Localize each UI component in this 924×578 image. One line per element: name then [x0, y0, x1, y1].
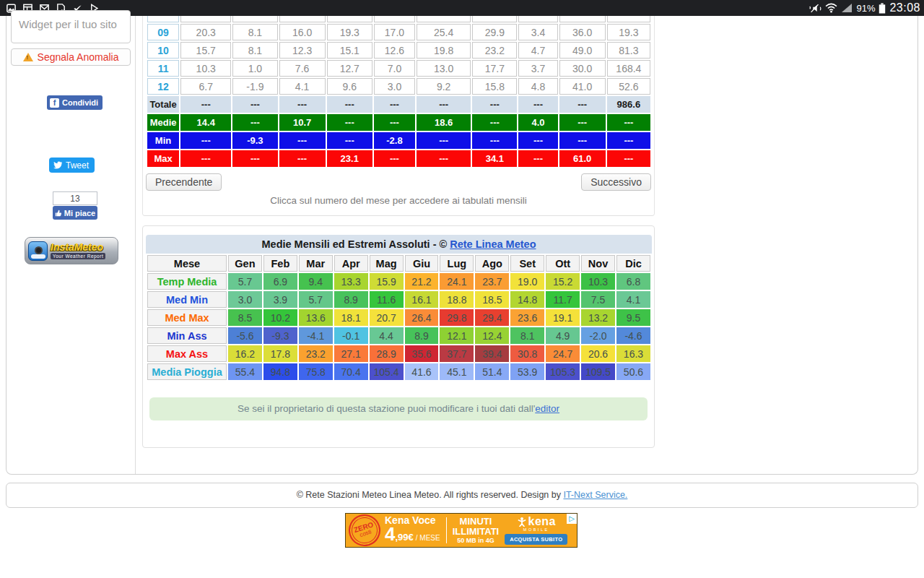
instameteo-badge[interactable]: InstaMeteo Your Weather Report	[25, 237, 118, 264]
facebook-share-button[interactable]: f Condividi	[47, 95, 103, 110]
stat-value-cell: 75.8	[299, 363, 333, 380]
ad-banner[interactable]: ZERO costi Kena Voce 4,99€/ MESE MINUTI …	[345, 513, 578, 548]
summary-cell: ---	[518, 96, 557, 113]
editor-link[interactable]: editor	[535, 403, 559, 414]
rete-linea-meteo-link[interactable]: Rete Linea Meteo	[450, 238, 536, 250]
stat-value-cell: 94.8	[263, 363, 297, 380]
stat-value-cell: 15.9	[370, 273, 404, 290]
adchoices-icon[interactable]: ▷	[567, 514, 577, 524]
stat-value-cell: 14.8	[510, 291, 544, 308]
summary-cell: ---	[417, 96, 471, 113]
summary-cell: 10.7	[279, 114, 326, 131]
stat-value-cell: 18.5	[475, 291, 509, 308]
data-cell: 17.0	[374, 24, 415, 40]
cutoff-cell	[327, 16, 372, 22]
summary-row-label: Max	[147, 150, 179, 167]
stat-value-cell: 3.9	[263, 291, 297, 308]
data-cell: 19.8	[417, 42, 471, 59]
stat-value-cell: 11.7	[546, 291, 580, 308]
stat-value-cell: 9.5	[616, 309, 650, 326]
summary-cell: ---	[518, 132, 557, 149]
monthly-data-panel: 0920.38.116.019.317.025.429.93.436.019.3…	[142, 16, 655, 216]
stat-row-label: Med Max	[147, 309, 227, 326]
summary-row: Min----9.3-------2.8---------------	[147, 132, 650, 149]
stat-value-cell: -0.1	[334, 327, 368, 344]
stat-value-cell: 109.5	[581, 363, 615, 380]
data-cell: 168.4	[607, 60, 650, 77]
cutoff-cell	[374, 16, 415, 22]
ad-divider	[446, 517, 447, 543]
stat-value-cell: 37.7	[440, 345, 474, 362]
report-anomaly-button[interactable]: Segnala Anomalia	[11, 48, 131, 66]
cutoff-cell	[472, 16, 517, 22]
next-button[interactable]: Successivo	[581, 173, 651, 191]
stat-row: Media Pioggia55.494.875.870.4105.441.645…	[147, 363, 650, 380]
data-cell: 12.6	[374, 42, 415, 59]
summary-cell: ---	[180, 132, 231, 149]
summary-row-label: Medie	[147, 114, 179, 131]
column-header: Lug	[440, 255, 474, 272]
ad-cta-button[interactable]: ACQUISTA SUBITO	[505, 534, 567, 545]
tweet-button[interactable]: Tweet	[49, 158, 95, 173]
stat-value-cell: 29.8	[440, 309, 474, 326]
summary-cell: ---	[374, 114, 415, 131]
column-header: Set	[510, 255, 544, 272]
month-link[interactable]: 09	[147, 24, 179, 40]
data-cell: 49.0	[559, 42, 606, 59]
data-cell: 4.1	[279, 78, 326, 95]
stat-value-cell: 4.9	[546, 327, 580, 344]
stat-value-cell: 19.1	[546, 309, 580, 326]
summary-cell: ---	[417, 150, 471, 167]
summary-cell: ---	[232, 114, 277, 131]
column-header: Nov	[581, 255, 615, 272]
stat-value-cell: 105.4	[370, 363, 404, 380]
stat-value-cell: 39.4	[475, 345, 509, 362]
cutoff-cell	[417, 16, 471, 22]
facebook-icon: f	[50, 98, 59, 108]
data-cell: 7.6	[279, 60, 326, 77]
sidebar-widget-link[interactable]: Widget per il tuo sito	[11, 10, 131, 43]
stat-value-cell: 15.2	[546, 273, 580, 290]
facebook-like-button[interactable]: Mi piace	[53, 206, 97, 220]
cutoff-cell	[232, 16, 277, 22]
stat-value-cell: 21.2	[405, 273, 439, 290]
stat-value-cell: 53.9	[510, 363, 544, 380]
like-count-bubble: 13	[53, 191, 97, 205]
summary-cell: ---	[559, 96, 606, 113]
ad-headline: MINUTI ILLIMITATI 50 MB in 4G	[453, 517, 500, 545]
summary-cell: ---	[374, 150, 415, 167]
summary-cell: ---	[518, 150, 557, 167]
mute-vibrate-icon	[808, 3, 821, 14]
data-cell: 7.0	[374, 60, 415, 77]
stat-value-cell: 105.3	[546, 363, 580, 380]
column-header: Mar	[299, 255, 333, 272]
stat-row-label: Media Pioggia	[147, 363, 227, 380]
stat-value-cell: 11.6	[370, 291, 404, 308]
month-link[interactable]: 10	[147, 42, 179, 59]
stat-value-cell: 8.9	[405, 327, 439, 344]
stat-value-cell: 4.1	[616, 291, 650, 308]
previous-button[interactable]: Precendente	[146, 173, 222, 191]
column-header: Ago	[475, 255, 509, 272]
kena-brand-name: kena	[528, 516, 556, 527]
ad-headline-2: ILLIMITATI	[453, 527, 500, 537]
month-row: 0920.38.116.019.317.025.429.93.436.019.3	[147, 24, 650, 40]
footer: © Rete Stazioni Meteo Linea Meteo. All r…	[6, 483, 918, 508]
stat-row-label: Med Min	[147, 291, 227, 308]
stat-value-cell: 4.4	[370, 327, 404, 344]
stat-value-cell: 18.8	[440, 291, 474, 308]
summary-cell: ---	[279, 132, 326, 149]
stat-value-cell: 23.6	[510, 309, 544, 326]
itnext-service-link[interactable]: IT-Next Service.	[563, 490, 627, 500]
month-link[interactable]: 12	[147, 78, 179, 95]
data-cell: 10.3	[180, 60, 231, 77]
kena-figure-icon	[517, 517, 527, 527]
data-cell: 25.4	[417, 24, 471, 40]
column-header: Dic	[616, 255, 650, 272]
android-status-bar: 91% 23:08	[0, 0, 924, 16]
month-link[interactable]: 11	[147, 60, 179, 77]
summary-cell: ---	[417, 132, 471, 149]
summary-cell: ---	[607, 114, 650, 131]
cutoff-cell	[518, 16, 557, 22]
means-extremes-title-text: Medie Mensili ed Estremi Assoluti - ©	[262, 238, 450, 250]
